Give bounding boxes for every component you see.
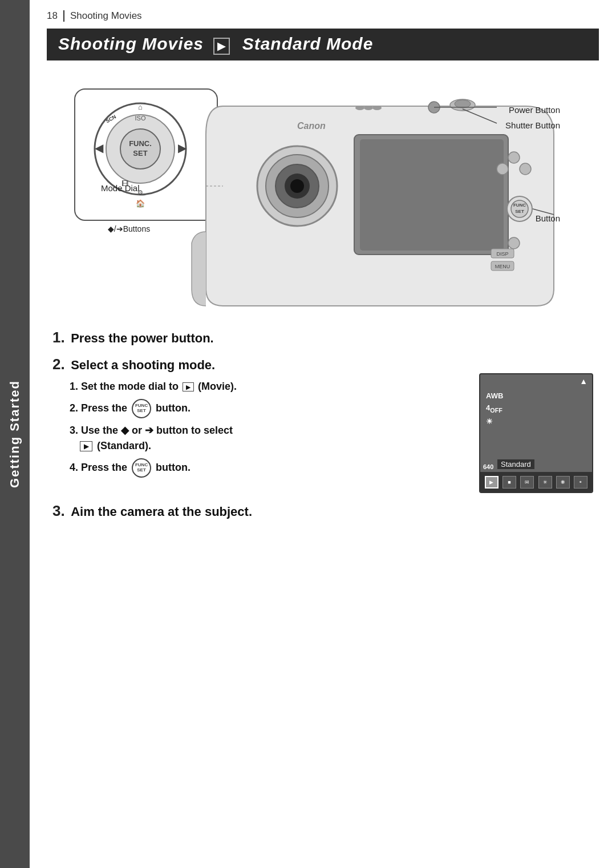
screen-standard-label: Standard (497, 459, 534, 469)
step-2-instructions: 1. Set the mode dial to ▶ (Movie). 2. Pr… (52, 373, 468, 482)
svg-point-35 (508, 152, 520, 163)
label-power-button: Power Button (509, 105, 560, 115)
sidebar-label: Getting Started (7, 380, 22, 488)
page-section-title: Shooting Movies (70, 10, 142, 22)
diagram-container: FUNC. SET ⌂ ISO ◀ ▶ SCN 🎞 ⚙ 🏠 ◆/➔Buttons (47, 72, 599, 317)
sidebar: Getting Started (0, 0, 30, 868)
page-divider (63, 10, 64, 22)
sub-step-2: 2. Press the FUNC SET button. (70, 399, 468, 418)
step-1-title: Press the power button. (71, 331, 214, 345)
svg-text:MENU: MENU (495, 264, 510, 269)
screen-icon-movie: ▶ (485, 476, 499, 488)
svg-text:DISP: DISP (496, 251, 508, 257)
screen-top-bar: ▲ (480, 374, 592, 388)
svg-point-36 (508, 237, 520, 249)
chapter-title: Shooting Movies ▶ Standard Mode (58, 34, 373, 55)
svg-point-26 (290, 179, 304, 193)
camera-screen: ▲ AWB 4OFF ☀ Standard 640 ▶ ■ ✉ (479, 373, 593, 493)
svg-point-34 (520, 163, 531, 175)
svg-text:⌂: ⌂ (138, 103, 143, 111)
camera-diagram: FUNC. SET ⌂ ISO ◀ ▶ SCN 🎞 ⚙ 🏠 ◆/➔Buttons (47, 72, 599, 317)
svg-text:Canon: Canon (297, 121, 326, 131)
svg-point-20 (455, 100, 471, 108)
svg-point-17 (364, 106, 373, 110)
screen-icon-3: ✉ (520, 476, 534, 488)
svg-text:◀: ◀ (95, 142, 104, 154)
movie-mode-icon: ▶ (183, 382, 194, 391)
svg-text:🏠: 🏠 (136, 199, 145, 208)
screen-inner: ▲ AWB 4OFF ☀ Standard 640 ▶ ■ ✉ (480, 374, 592, 492)
screen-resolution: 640 (483, 463, 493, 470)
step-2: 2. Select a shooting mode. 1. Set the mo… (52, 356, 593, 493)
step-1-number: 1. (52, 329, 65, 346)
page-number: 18 (47, 10, 58, 22)
sub-steps: 1. Set the mode dial to ▶ (Movie). 2. Pr… (70, 379, 468, 478)
label-shutter-button: Shutter Button (505, 120, 560, 130)
screen-icon-2: ■ (502, 476, 516, 488)
steps-section: 1. Press the power button. 2. Select a s… (47, 329, 599, 520)
step-2-title: Select a shooting mode. (71, 358, 215, 372)
screen-icon-4: ✳ (538, 476, 552, 488)
func-btn-1: FUNC SET (132, 399, 151, 418)
screen-left-icons: AWB 4OFF ☀ (486, 391, 503, 426)
svg-text:SCN: SCN (105, 114, 117, 124)
svg-text:SET: SET (515, 209, 524, 214)
screen-sun: ☀ (486, 417, 503, 426)
svg-point-33 (497, 163, 508, 175)
svg-rect-28 (360, 139, 504, 251)
main-content: 18 Shooting Movies Shooting Movies ▶ Sta… (30, 0, 616, 868)
screen-awb: AWB (486, 391, 503, 400)
step-2-content: 1. Set the mode dial to ▶ (Movie). 2. Pr… (52, 373, 593, 493)
screen-top-icon: ▲ (579, 377, 587, 386)
page-header: 18 Shooting Movies (47, 10, 599, 22)
svg-text:▶: ▶ (178, 142, 187, 154)
step-2-number: 2. (52, 356, 65, 373)
svg-text:FUNC.: FUNC. (129, 139, 152, 148)
svg-point-18 (372, 106, 382, 110)
svg-text:ISO: ISO (135, 115, 146, 122)
sub-step-4: 4. Press the FUNC SET button. (70, 458, 468, 478)
svg-text:FUNC: FUNC (513, 203, 526, 208)
standard-icon: ▶ (80, 441, 92, 451)
step-3: 3. Aim the camera at the subject. (52, 502, 593, 520)
func-btn-2: FUNC SET (132, 458, 151, 478)
screen-bottom-bar: ▶ ■ ✉ ✳ ❋ ⚬ (480, 472, 592, 492)
svg-text:◆/➔Buttons: ◆/➔Buttons (108, 224, 150, 233)
screen-4off: 4OFF (486, 403, 503, 414)
label-func-button: Button (536, 213, 560, 223)
svg-point-16 (355, 106, 364, 110)
step-1: 1. Press the power button. (52, 329, 593, 346)
step-3-number: 3. (52, 502, 65, 519)
chapter-title-bar: Shooting Movies ▶ Standard Mode (47, 29, 599, 60)
sub-step-3: 3. Use the ◆ or ➔ button to select ▶ (St… (70, 423, 468, 454)
step-3-title: Aim the camera at the subject. (71, 504, 252, 519)
mode-icon-box: ▶ (213, 38, 230, 55)
screen-icon-6: ⚬ (574, 476, 587, 488)
sub-step-1: 1. Set the mode dial to ▶ (Movie). (70, 379, 468, 394)
label-mode-dial: Mode Dial (101, 183, 140, 193)
svg-text:SET: SET (133, 149, 147, 158)
screen-icon-5: ❋ (556, 476, 570, 488)
